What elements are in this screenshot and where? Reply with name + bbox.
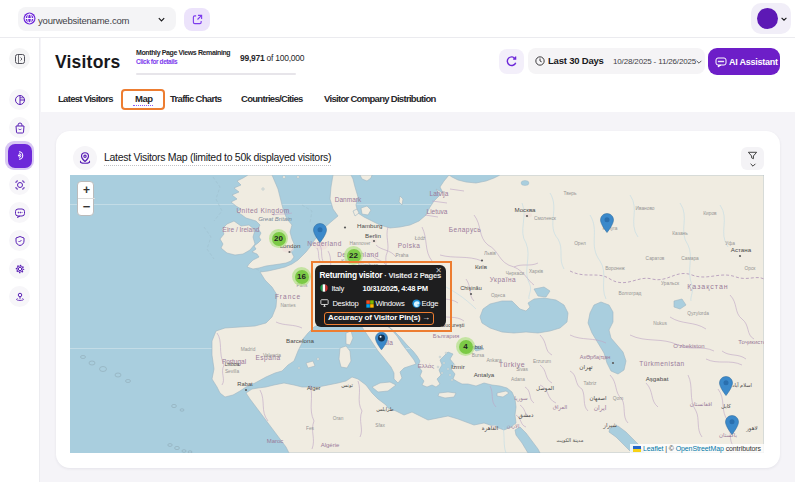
svg-text:Valencia: Valencia xyxy=(263,353,281,358)
svg-text:Türkmenistan: Türkmenistan xyxy=(639,360,684,367)
svg-text:Астана: Астана xyxy=(731,246,752,253)
svg-text:Смоленск: Смоленск xyxy=(534,216,557,221)
svg-text:Danmark: Danmark xyxy=(335,196,362,203)
svg-text:طرابلس: طرابلس xyxy=(376,406,394,412)
svg-text:Aşgabat: Aşgabat xyxy=(646,375,669,382)
svg-text:Berlin: Berlin xyxy=(365,232,381,239)
svg-text:Oran: Oran xyxy=(333,416,344,421)
svg-text:Ελλάς: Ελλάς xyxy=(418,363,434,369)
svg-text:France: France xyxy=(275,293,301,300)
svg-text:Algérie: Algérie xyxy=(321,442,340,448)
svg-text:Уфа: Уфа xyxy=(725,241,735,246)
svg-text:Харків: Харків xyxy=(529,269,544,274)
svg-text:Qom: Qom xyxy=(613,396,623,401)
svg-text:تهران: تهران xyxy=(579,364,593,371)
svg-text:اصفهان: اصفهان xyxy=(589,395,607,402)
svg-text:Волгоград: Волгоград xyxy=(619,291,642,296)
svg-text:Львів: Львів xyxy=(484,251,496,256)
svg-text:Воронеж: Воронеж xyxy=(605,266,625,271)
svg-text:الموصل: الموصل xyxy=(536,385,555,392)
svg-text:Oʼzbekiston: Oʼzbekiston xyxy=(673,343,704,349)
svg-text:شيراز: شيراز xyxy=(602,422,617,429)
svg-text:Chişinău: Chişinău xyxy=(460,285,481,291)
svg-text:Erzurum: Erzurum xyxy=(533,359,551,364)
svg-text:Latvija: Latvija xyxy=(430,190,449,198)
svg-text:Sfax: Sfax xyxy=(375,423,385,428)
svg-text:Самара: Самара xyxy=(681,256,699,261)
svg-text:Тоҷикистон: Тоҷикистон xyxy=(738,339,764,346)
svg-text:Иваново: Иваново xyxy=(635,206,654,211)
svg-text:Eire / Ireland: Eire / Ireland xyxy=(223,226,260,233)
svg-text:Nukus: Nukus xyxy=(653,321,667,326)
svg-text:Great Britain: Great Britain xyxy=(258,216,292,222)
svg-text:АзӘрбајҵан: АзӘрбајҵан xyxy=(580,354,611,360)
svg-text:دمشق: دمشق xyxy=(519,412,534,419)
svg-text:Fes: Fes xyxy=(306,426,315,431)
svg-text:Київ: Київ xyxy=(475,263,488,270)
svg-text:България: България xyxy=(433,333,460,339)
svg-text:Łódź: Łódź xyxy=(415,236,426,241)
svg-text:كابل: كابل xyxy=(721,403,731,409)
svg-text:Barcelona: Barcelona xyxy=(286,337,314,344)
svg-text:Sivas: Sivas xyxy=(516,367,528,372)
svg-text:سوريا: سوريا xyxy=(514,395,528,402)
svg-text:Уральск: Уральск xyxy=(661,281,680,286)
svg-text:Izmir: Izmir xyxy=(451,363,464,370)
svg-text:Bursa: Bursa xyxy=(472,353,485,358)
svg-text:Madrid: Madrid xyxy=(241,347,256,352)
svg-text:Орск: Орск xyxy=(745,266,757,271)
svg-text:Беларусь: Беларусь xyxy=(449,226,482,234)
svg-text:United Kingdom: United Kingdom xyxy=(236,207,289,215)
svg-text:العراق: العراق xyxy=(553,404,568,411)
svg-text:Rabat: Rabat xyxy=(237,381,253,387)
svg-text:Ankara: Ankara xyxy=(486,358,502,363)
svg-text:Adana: Adana xyxy=(511,377,525,382)
svg-text:ايران: ايران xyxy=(594,405,607,412)
svg-text:Қазақстан: Қазақстан xyxy=(687,283,728,291)
svg-text:Lietuva: Lietuva xyxy=(427,208,448,215)
svg-text:Саратов: Саратов xyxy=(646,256,665,261)
svg-text:القاهرة: القاهرة xyxy=(482,425,499,432)
svg-text:Казань: Казань xyxy=(672,231,688,236)
svg-text:Орел: Орел xyxy=(574,241,586,246)
svg-text:مدينة الكويت: مدينة الكويت xyxy=(557,437,584,443)
svg-text:Sevilla: Sevilla xyxy=(225,369,239,374)
svg-text:Lisboa: Lisboa xyxy=(225,361,240,367)
svg-text:Одеса: Одеса xyxy=(491,293,505,298)
svg-text:اسلام آباد: اسلام آباد xyxy=(732,382,752,388)
svg-text:Hamburg: Hamburg xyxy=(357,222,383,229)
svg-text:افغانستان: افغانستان xyxy=(690,401,713,407)
svg-text:Тверь: Тверь xyxy=(563,191,577,196)
svg-text:تونس: تونس xyxy=(341,382,353,388)
svg-text:Nantes: Nantes xyxy=(280,303,296,308)
svg-text:Qyzylorda: Qyzylorda xyxy=(687,311,709,316)
svg-text:الاردن: الاردن xyxy=(507,423,520,429)
svg-text:Tabriz: Tabriz xyxy=(584,381,597,386)
svg-text:Alger: Alger xyxy=(307,385,321,391)
svg-text:Maroc: Maroc xyxy=(267,438,284,444)
svg-text:Черкаси: Черкаси xyxy=(506,271,525,276)
svg-text:Polska: Polska xyxy=(398,242,421,249)
svg-text:Praha: Praha xyxy=(396,253,409,258)
svg-text:Киров: Киров xyxy=(703,211,717,216)
svg-text:Antalya: Antalya xyxy=(474,371,495,378)
svg-text:Москва: Москва xyxy=(514,206,536,213)
svg-text:لاهور: لاهور xyxy=(745,425,758,432)
svg-text:Україна: Україна xyxy=(490,276,516,284)
